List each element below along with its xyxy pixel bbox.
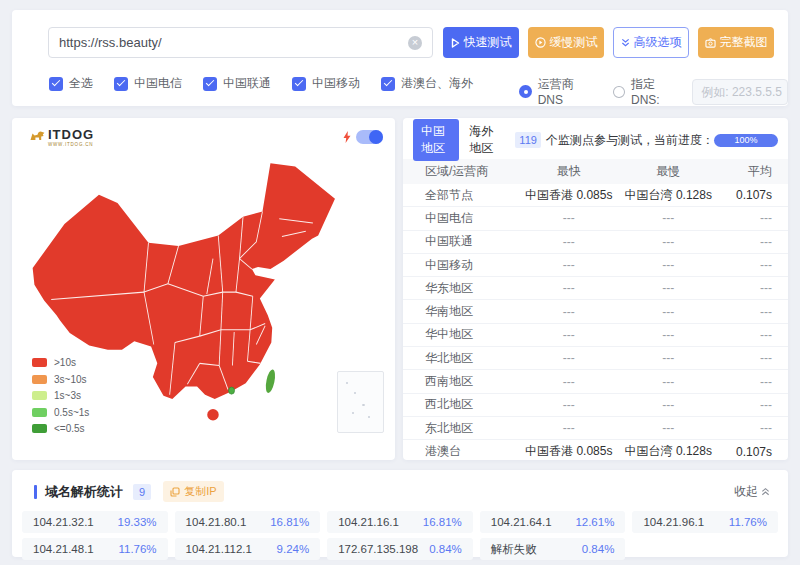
- isp-checkbox-group: 全选 中国电信 中国联通 中国移动 港澳台、海外: [49, 75, 473, 92]
- legend-item: 3s~10s: [32, 374, 89, 385]
- play-icon: [451, 38, 460, 48]
- checkbox-hmt-overseas[interactable]: 港澳台、海外: [381, 75, 473, 92]
- south-china-sea-inset: [337, 371, 384, 433]
- results-header: 中国地区 海外地区 119 个监测点参与测试，当前进度： 100%: [413, 128, 778, 152]
- legend-swatch: [32, 391, 47, 400]
- action-buttons: 快速测试 缓慢测试 高级选项 完整截图: [443, 27, 774, 58]
- checkbox-china-telecom[interactable]: 中国电信: [114, 75, 182, 92]
- legend-swatch: [32, 375, 47, 384]
- dog-icon: [29, 128, 45, 143]
- china-map-panel: ITDOG WWW.ITDOG.CN >10s: [12, 118, 395, 460]
- table-row: 东北地区---------: [403, 417, 788, 440]
- checkbox-checked-icon: [49, 77, 63, 91]
- map-controls: [343, 130, 383, 144]
- ip-stat-tile: 解析失败0.84%: [480, 538, 626, 560]
- slow-test-button[interactable]: 缓慢测试: [528, 27, 604, 58]
- ip-stat-tile: 104.21.96.111.76%: [632, 511, 778, 533]
- table-row: 西北地区---------: [403, 394, 788, 417]
- checkbox-checked-icon: [203, 77, 217, 91]
- custom-dns-label[interactable]: 指定DNS:: [631, 76, 682, 107]
- copy-ip-button[interactable]: 复制IP: [163, 481, 223, 502]
- ip-stat-tile: 104.21.48.111.76%: [22, 538, 168, 560]
- hongkong-marker[interactable]: [229, 387, 235, 394]
- logo-title: ITDOG: [48, 128, 94, 141]
- table-row: 华南地区---------: [403, 300, 788, 323]
- checkbox-checked-icon: [381, 77, 395, 91]
- radio-custom-dns[interactable]: [613, 86, 625, 98]
- progress-label: 个监测点参与测试，当前进度：: [546, 132, 714, 149]
- dns-panel-title: 域名解析统计: [45, 483, 123, 501]
- legend-swatch: [32, 358, 47, 367]
- copy-icon: [170, 487, 180, 497]
- full-screenshot-button[interactable]: 完整截图: [698, 27, 774, 58]
- node-count-badge: 119: [515, 132, 541, 148]
- double-chevron-up-icon: [761, 487, 770, 496]
- legend-swatch: [32, 424, 47, 433]
- ip-stat-tile: 104.21.80.116.81%: [175, 511, 321, 533]
- checkbox-checked-icon: [114, 77, 128, 91]
- dns-option-group: 运营商DNS 指定DNS: 例如: 223.5.5.5: [519, 76, 788, 107]
- test-control-panel: https://rss.beauty/ 快速测试 缓慢测试 高级选项 完整截图 …: [12, 10, 788, 106]
- checkbox-china-unicom[interactable]: 中国联通: [203, 75, 271, 92]
- legend-item: 0.5s~1s: [32, 407, 89, 418]
- play-circle-icon: [535, 37, 546, 48]
- hainan-island[interactable]: [207, 409, 218, 421]
- legend-item: >10s: [32, 357, 89, 368]
- logo-subtitle: WWW.ITDOG.CN: [48, 143, 94, 148]
- screenshot-icon: [705, 38, 716, 48]
- ip-count-badge: 9: [133, 484, 151, 500]
- map-legend: >10s 3s~10s 1s~3s 0.5s~1s <=0.5s: [32, 357, 89, 434]
- tab-china-region[interactable]: 中国地区: [413, 119, 459, 161]
- legend-item: 1s~3s: [32, 390, 89, 401]
- ip-stat-tile: 172.67.135.1980.84%: [327, 538, 473, 560]
- dns-resolution-panel: 域名解析统计 9 复制IP 收起 104.21.32.119.33% 104.2…: [12, 470, 788, 557]
- taiwan-island[interactable]: [264, 368, 277, 394]
- ip-stat-tile: 104.21.64.112.61%: [480, 511, 626, 533]
- table-row: 港澳台中国香港 0.085s中国台湾 0.128s0.107s: [403, 440, 788, 463]
- tab-overseas-region[interactable]: 海外地区: [461, 119, 507, 161]
- results-table-header: 区域/运营商 最快 最慢 平均: [403, 159, 788, 184]
- checkbox-select-all[interactable]: 全选: [49, 75, 93, 92]
- fast-mode-toggle[interactable]: [356, 130, 383, 144]
- custom-dns-input[interactable]: 例如: 223.5.5.5: [692, 79, 788, 105]
- table-row: 中国联通---------: [403, 231, 788, 254]
- url-value[interactable]: https://rss.beauty/: [59, 35, 408, 50]
- test-results-panel: 中国地区 海外地区 119 个监测点参与测试，当前进度： 100% 区域/运营商…: [403, 118, 788, 460]
- itdog-logo: ITDOG WWW.ITDOG.CN: [29, 128, 94, 148]
- radio-carrier-dns-selected[interactable]: [519, 85, 532, 98]
- legend-item: <=0.5s: [32, 423, 89, 434]
- lightning-icon: [343, 131, 351, 143]
- double-chevron-down-icon: [621, 38, 630, 47]
- carrier-dns-label[interactable]: 运营商DNS: [538, 76, 598, 107]
- collapse-toggle[interactable]: 收起: [734, 483, 770, 500]
- url-input[interactable]: https://rss.beauty/: [48, 27, 433, 58]
- ip-stat-tile: 104.21.112.19.24%: [175, 538, 321, 560]
- quick-test-button[interactable]: 快速测试: [443, 27, 519, 58]
- table-row: 全部节点中国香港 0.085s中国台湾 0.128s0.107s: [403, 184, 788, 207]
- advanced-options-button[interactable]: 高级选项: [613, 27, 689, 58]
- checkbox-checked-icon: [292, 77, 306, 91]
- table-row: 华东地区---------: [403, 277, 788, 300]
- ip-stat-tiles: 104.21.32.119.33% 104.21.80.116.81% 104.…: [12, 502, 788, 560]
- table-row: 华中地区---------: [403, 324, 788, 347]
- table-row: 中国电信---------: [403, 207, 788, 230]
- checkbox-china-mobile[interactable]: 中国移动: [292, 75, 360, 92]
- legend-swatch: [32, 408, 47, 417]
- title-accent-bar: [34, 485, 37, 499]
- table-row: 华北地区---------: [403, 347, 788, 370]
- progress-bar: 100%: [714, 134, 778, 147]
- table-row: 中国移动---------: [403, 254, 788, 277]
- clear-input-icon[interactable]: [408, 36, 422, 50]
- dns-panel-header: 域名解析统计 9 复制IP 收起: [12, 470, 788, 502]
- table-row: 西南地区---------: [403, 370, 788, 393]
- results-table-body: 全部节点中国香港 0.085s中国台湾 0.128s0.107s 中国电信---…: [403, 184, 788, 464]
- ip-stat-tile: 104.21.32.119.33%: [22, 511, 168, 533]
- ip-stat-tile: 104.21.16.116.81%: [327, 511, 473, 533]
